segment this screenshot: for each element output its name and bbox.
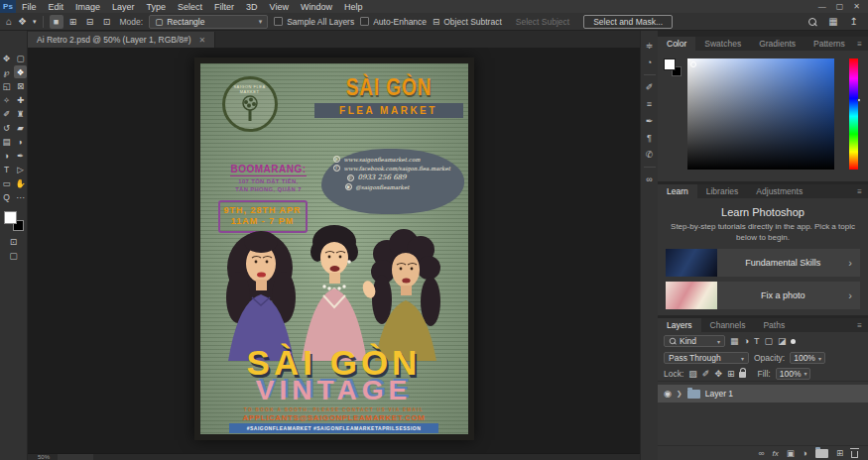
saturation-brightness-field[interactable]: [687, 58, 834, 170]
lasso-tool-icon[interactable]: ℘: [0, 65, 13, 78]
link-layers-icon[interactable]: ∞: [758, 448, 764, 458]
panel-menu-icon[interactable]: ≡: [857, 37, 868, 51]
fill-value-box[interactable]: 100% ▾: [776, 368, 811, 380]
new-group-icon[interactable]: [815, 449, 828, 458]
filter-toggle-icon[interactable]: [791, 339, 796, 344]
tab-gradients[interactable]: Gradients: [750, 37, 805, 51]
foreground-color-swatch[interactable]: [4, 211, 17, 224]
edit-toolbar-icon[interactable]: ⋯: [14, 190, 27, 203]
foreground-color-swatch[interactable]: [664, 58, 676, 70]
hue-slider-marker[interactable]: [857, 98, 861, 102]
learn-card-fix-a-photo[interactable]: Fix a photo ›: [666, 282, 860, 309]
object-selection-tool-icon[interactable]: ❖: [14, 65, 27, 78]
adjustments-panel-icon[interactable]: ≡: [647, 99, 652, 109]
lock-all-icon[interactable]: [739, 372, 746, 378]
tab-close-icon[interactable]: ✕: [199, 36, 206, 45]
lock-artboard-icon[interactable]: ⊞: [727, 369, 735, 379]
close-icon[interactable]: ✕: [853, 2, 860, 11]
menu-help[interactable]: Help: [338, 2, 369, 12]
filter-pixel-icon[interactable]: ▦: [730, 336, 739, 346]
gradient-tool-icon[interactable]: ▤: [0, 135, 13, 148]
panel-menu-icon[interactable]: ≡: [857, 318, 868, 332]
tab-channels[interactable]: Channels: [701, 318, 755, 332]
history-brush-tool-icon[interactable]: ↺: [0, 121, 13, 134]
panel-menu-icon[interactable]: ≡: [857, 184, 868, 198]
visibility-eye-icon[interactable]: ◉: [664, 389, 672, 399]
brushes-panel-icon[interactable]: ✐: [646, 82, 654, 92]
brush-tool-icon[interactable]: ✐: [0, 107, 13, 120]
menu-view[interactable]: View: [264, 2, 295, 12]
eraser-tool-icon[interactable]: ▰: [14, 121, 27, 134]
active-tool-icon[interactable]: ❖: [18, 17, 27, 27]
screen-mode-icon[interactable]: ▢: [9, 251, 18, 261]
type-tool-icon[interactable]: T: [0, 163, 13, 175]
zoom-tool-icon[interactable]: Q: [0, 190, 13, 203]
new-layer-icon[interactable]: ⊞: [836, 448, 843, 458]
workspace-layout-icon[interactable]: ▦: [828, 17, 837, 27]
search-icon[interactable]: [808, 18, 816, 26]
share-icon[interactable]: ↥: [850, 17, 858, 27]
quick-mask-icon[interactable]: ⊡: [10, 237, 18, 247]
path-selection-tool-icon[interactable]: ▷: [14, 163, 27, 175]
paths-panel-icon[interactable]: ✒: [646, 116, 654, 126]
tab-layers[interactable]: Layers: [658, 318, 701, 332]
tab-paths[interactable]: Paths: [754, 318, 794, 332]
tab-libraries[interactable]: Libraries: [697, 184, 748, 198]
zoom-level[interactable]: 50%: [38, 454, 50, 460]
lock-transparency-icon[interactable]: ▨: [688, 369, 697, 379]
lock-position-icon[interactable]: ✥: [714, 369, 722, 379]
filter-shape-icon[interactable]: ▢: [764, 336, 773, 346]
rectangle-tool-icon[interactable]: ▭: [0, 176, 13, 189]
pen-tool-icon[interactable]: ✒: [14, 149, 27, 162]
color-field-marker[interactable]: [690, 61, 696, 67]
menu-layer[interactable]: Layer: [106, 2, 141, 12]
subtract-from-selection-icon[interactable]: ⊟: [83, 15, 97, 29]
menu-select[interactable]: Select: [172, 2, 208, 12]
sample-all-layers-checkbox[interactable]: Sample All Layers: [274, 17, 354, 27]
intersect-selection-icon[interactable]: ⊡: [100, 15, 114, 29]
history-panel-icon[interactable]: ◔: [647, 58, 652, 67]
tool-preset-caret-icon[interactable]: ▾: [33, 18, 37, 25]
mode-dropdown[interactable]: ▢ Rectangle ▾: [149, 15, 268, 29]
menu-filter[interactable]: Filter: [208, 2, 240, 12]
tab-color[interactable]: Color: [658, 37, 695, 51]
lock-pixels-icon[interactable]: ✐: [702, 369, 710, 379]
new-selection-icon[interactable]: ■: [50, 15, 63, 29]
hue-slider[interactable]: [849, 58, 858, 170]
menu-window[interactable]: Window: [295, 2, 338, 12]
group-expander-icon[interactable]: ❯: [677, 390, 682, 398]
maximize-icon[interactable]: ▢: [836, 2, 844, 11]
minimize-icon[interactable]: —: [818, 2, 826, 11]
tab-swatches[interactable]: Swatches: [695, 37, 750, 51]
filter-type-icon[interactable]: T: [754, 336, 760, 346]
filter-adjustment-icon[interactable]: ◑: [744, 336, 749, 346]
menu-file[interactable]: File: [16, 2, 43, 12]
clone-stamp-tool-icon[interactable]: ♜: [14, 107, 27, 120]
opacity-value-box[interactable]: 100% ▾: [790, 352, 825, 364]
home-icon[interactable]: ⌂: [6, 17, 12, 27]
menu-3d[interactable]: 3D: [240, 2, 264, 12]
tab-learn[interactable]: Learn: [658, 184, 697, 198]
layer-effects-icon[interactable]: fx: [772, 449, 778, 458]
hand-tool-icon[interactable]: ✋: [14, 176, 27, 189]
blur-tool-icon[interactable]: ◗: [14, 135, 27, 148]
tab-patterns[interactable]: Patterns: [805, 37, 854, 51]
paragraph-panel-icon[interactable]: ¶: [647, 133, 652, 143]
blend-mode-dropdown[interactable]: Pass Through ▾: [664, 352, 749, 364]
document-tab[interactable]: Ai Retro 2.psd @ 50% (Layer 1, RGB/8#) ✕: [28, 32, 215, 48]
delete-layer-icon[interactable]: [851, 451, 858, 458]
menu-image[interactable]: Image: [69, 2, 106, 12]
move-tool-icon[interactable]: ✥: [0, 52, 13, 64]
marquee-tool-icon[interactable]: ▢: [14, 52, 27, 64]
eyedropper-tool-icon[interactable]: ✧: [0, 93, 13, 106]
dodge-tool-icon[interactable]: ◑: [0, 149, 13, 162]
select-and-mask-button[interactable]: Select and Mask...: [583, 15, 673, 29]
layer-row-layer-1[interactable]: ◉ ❯ Layer 1: [658, 385, 868, 402]
add-to-selection-icon[interactable]: ⊞: [66, 15, 80, 29]
frame-tool-icon[interactable]: ⊠: [14, 79, 27, 92]
tab-adjustments[interactable]: Adjustments: [747, 184, 811, 198]
filter-smart-object-icon[interactable]: ◪: [778, 336, 787, 346]
layer-filter-dropdown[interactable]: Kind ▾: [664, 335, 725, 347]
object-subtract-toggle[interactable]: ⊟ Object Subtract: [433, 17, 502, 27]
adjustment-layer-icon[interactable]: ◑: [803, 448, 807, 458]
